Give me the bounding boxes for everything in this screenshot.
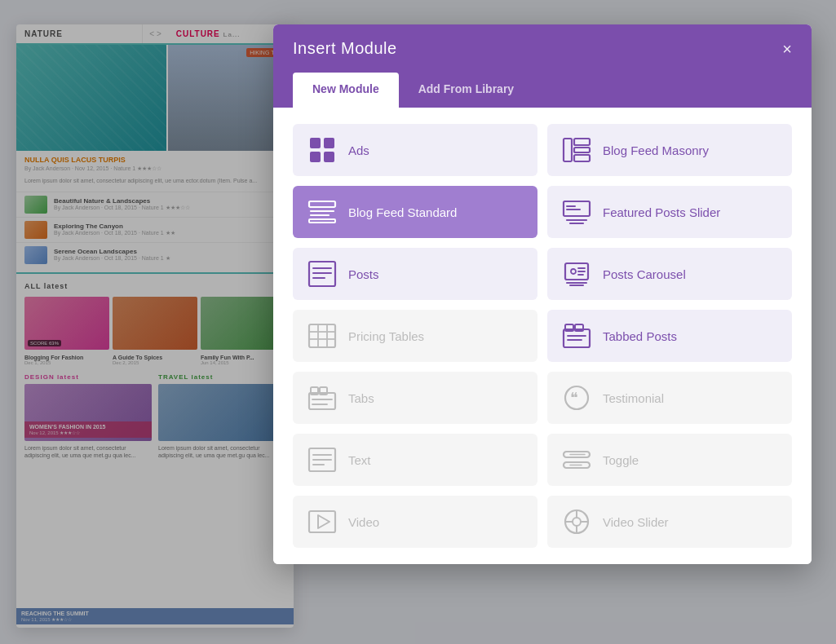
svg-rect-5 bbox=[574, 139, 590, 145]
svg-rect-3 bbox=[324, 152, 334, 162]
svg-text:❝: ❝ bbox=[570, 390, 578, 406]
module-item-featured-posts-slider[interactable]: Featured Posts Slider bbox=[547, 186, 792, 238]
svg-rect-6 bbox=[574, 148, 590, 152]
svg-rect-33 bbox=[564, 329, 590, 347]
module-item-blog-feed-standard[interactable]: Blog Feed Standard bbox=[293, 186, 537, 238]
ads-icon bbox=[307, 135, 337, 165]
svg-rect-4 bbox=[564, 139, 572, 161]
pricing-tables-icon bbox=[307, 321, 337, 351]
text-icon bbox=[307, 445, 337, 474]
blog-feed-standard-label: Blog Feed Standard bbox=[348, 205, 457, 219]
svg-marker-54 bbox=[318, 515, 330, 528]
module-item-pricing-tables[interactable]: Pricing Tables bbox=[293, 310, 537, 362]
modal-overlay: Insert Module × New Module Add From Libr… bbox=[0, 0, 836, 644]
toggle-icon bbox=[562, 445, 591, 474]
module-item-tabs[interactable]: Tabs bbox=[293, 372, 537, 424]
modal-tabs: New Module Add From Library bbox=[273, 73, 812, 108]
posts-carousel-label: Posts Carousel bbox=[603, 267, 686, 281]
posts-icon bbox=[307, 259, 337, 289]
posts-label: Posts bbox=[348, 267, 379, 281]
tab-new-module[interactable]: New Module bbox=[293, 73, 399, 108]
module-item-ads[interactable]: Ads bbox=[293, 124, 537, 176]
svg-point-24 bbox=[571, 269, 576, 274]
pricing-tables-label: Pricing Tables bbox=[348, 329, 424, 343]
svg-rect-53 bbox=[309, 511, 335, 532]
blog-feed-masonry-label: Blog Feed Masonry bbox=[603, 143, 709, 157]
video-slider-label: Video Slider bbox=[603, 515, 669, 529]
module-item-video[interactable]: Video bbox=[293, 496, 537, 548]
featured-posts-slider-icon bbox=[562, 197, 591, 227]
blog-feed-masonry-icon bbox=[562, 135, 591, 165]
svg-rect-28 bbox=[309, 324, 335, 347]
testimonial-icon: ❝ bbox=[562, 383, 591, 412]
video-label: Video bbox=[348, 515, 379, 529]
module-item-video-slider[interactable]: Video Slider bbox=[547, 496, 792, 548]
video-slider-icon bbox=[562, 507, 591, 536]
module-item-blog-feed-masonry[interactable]: Blog Feed Masonry bbox=[547, 124, 792, 176]
modal-header: Insert Module × bbox=[273, 24, 812, 73]
blog-feed-standard-icon bbox=[307, 197, 337, 227]
module-item-posts-carousel[interactable]: Posts Carousel bbox=[547, 248, 792, 300]
svg-rect-1 bbox=[324, 138, 334, 148]
insert-module-modal: Insert Module × New Module Add From Libr… bbox=[273, 24, 812, 564]
module-item-text[interactable]: Text bbox=[293, 434, 537, 486]
svg-rect-11 bbox=[309, 219, 335, 223]
modal-body: Ads Blog Feed Masonry bbox=[273, 108, 812, 564]
posts-carousel-icon bbox=[562, 259, 591, 289]
svg-rect-0 bbox=[310, 138, 321, 148]
tabbed-posts-label: Tabbed Posts bbox=[603, 329, 677, 343]
svg-rect-7 bbox=[574, 155, 590, 161]
text-label: Text bbox=[348, 453, 371, 467]
svg-point-56 bbox=[573, 518, 581, 526]
tabbed-posts-icon bbox=[562, 321, 591, 351]
modal-title: Insert Module bbox=[293, 39, 397, 58]
module-item-tabbed-posts[interactable]: Tabbed Posts bbox=[547, 310, 792, 362]
svg-rect-2 bbox=[310, 152, 321, 162]
video-icon bbox=[307, 507, 337, 536]
tab-add-from-library[interactable]: Add From Library bbox=[399, 73, 533, 108]
tabs-icon bbox=[307, 383, 337, 412]
svg-rect-8 bbox=[309, 201, 335, 207]
module-item-posts[interactable]: Posts bbox=[293, 248, 537, 300]
tabs-label: Tabs bbox=[348, 391, 374, 405]
testimonial-label: Testimonial bbox=[603, 391, 664, 405]
module-item-toggle[interactable]: Toggle bbox=[547, 434, 792, 486]
modal-close-button[interactable]: × bbox=[782, 41, 792, 57]
featured-posts-slider-label: Featured Posts Slider bbox=[603, 205, 720, 219]
toggle-label: Toggle bbox=[603, 453, 639, 467]
ads-label: Ads bbox=[348, 143, 369, 157]
module-item-testimonial[interactable]: ❝ Testimonial bbox=[547, 372, 792, 424]
